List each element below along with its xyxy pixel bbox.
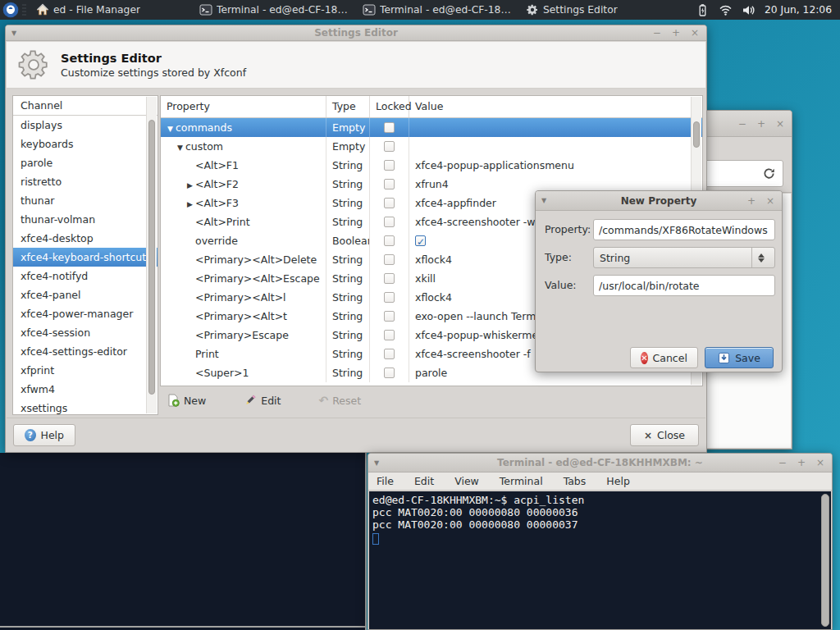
menu-item-tabs[interactable]: Tabs	[564, 475, 587, 487]
close-button[interactable]: × Close	[630, 424, 699, 446]
expander-icon[interactable]: ▼	[165, 120, 176, 137]
channel-item[interactable]: thunar-volman	[13, 210, 158, 229]
table-row[interactable]: <Alt>F1 String xfce4-popup-applicationsm…	[161, 156, 702, 175]
property-input[interactable]	[593, 219, 775, 240]
clock[interactable]: 20 Jun, 12:06	[765, 4, 832, 16]
applications-menu-button[interactable]	[2, 2, 19, 18]
locked-checkbox[interactable]	[384, 368, 395, 378]
taskbar-item[interactable]: ed - File Manager	[31, 0, 194, 20]
locked-checkbox[interactable]	[384, 179, 395, 189]
locked-checkbox[interactable]	[384, 273, 395, 284]
help-button-label: Help	[41, 429, 65, 441]
close-icon[interactable]: ×	[766, 196, 774, 206]
channel-column-header[interactable]: Channel	[13, 96, 158, 116]
battery-icon[interactable]	[696, 3, 710, 17]
taskbar-item[interactable]: Terminal - ed@ed-CF-18KHH...	[358, 0, 521, 20]
locked-checkbox[interactable]	[384, 292, 395, 303]
channel-item[interactable]: xfce4-notifyd	[13, 267, 158, 285]
locked-checkbox[interactable]	[384, 235, 395, 246]
terminal-line: ed@ed-CF-18KHHMXBM:~$ acpi_listen	[372, 494, 828, 506]
locked-checkbox[interactable]	[384, 122, 395, 133]
maximize-icon[interactable]: +	[747, 196, 756, 206]
locked-checkbox[interactable]	[384, 217, 395, 227]
maximize-icon[interactable]: +	[757, 119, 765, 129]
channel-item[interactable]: keyboards	[13, 135, 158, 153]
channel-item[interactable]: xfwm4	[13, 380, 158, 399]
channel-item[interactable]: displays	[13, 116, 158, 135]
column-type[interactable]: Type	[326, 96, 370, 117]
dialog-titlebar[interactable]: ▼ New Property + ×	[536, 191, 782, 211]
settings-titlebar[interactable]: ▼ Settings Editor − + ×	[6, 25, 706, 41]
minimize-icon[interactable]: −	[778, 458, 787, 468]
table-row[interactable]: ▼custom Empty	[161, 137, 702, 156]
type-select[interactable]: String	[593, 247, 775, 268]
minimize-icon[interactable]: −	[653, 28, 661, 38]
close-icon[interactable]: ×	[776, 119, 784, 129]
menu-item-file[interactable]: File	[377, 475, 394, 487]
property-type: String	[326, 175, 370, 194]
maximize-icon[interactable]: +	[672, 28, 680, 38]
menu-item-edit[interactable]: Edit	[414, 475, 434, 487]
table-row[interactable]: ▼commands Empty	[161, 118, 702, 137]
channel-item[interactable]: xfce4-settings-editor	[13, 342, 158, 361]
wifi-icon[interactable]	[719, 3, 733, 17]
new-button[interactable]: New	[167, 394, 206, 407]
channel-item[interactable]: xfce4-power-manager	[13, 304, 158, 323]
value-checkbox[interactable]	[415, 235, 426, 246]
locked-checkbox[interactable]	[384, 141, 395, 152]
refresh-icon[interactable]	[762, 167, 783, 180]
terminal-scrollbar[interactable]	[821, 494, 829, 627]
channel-item[interactable]: ristretto	[13, 172, 158, 191]
channel-panel: Channel displayskeyboardsparoleristretto…	[12, 95, 158, 415]
maximize-icon[interactable]: +	[797, 458, 806, 468]
terminal-line: pcc MAT0020:00 00000080 00000037	[372, 518, 828, 531]
channel-item[interactable]: xfce4-panel	[13, 285, 158, 304]
property-name: <Primary><Alt>t	[195, 310, 287, 322]
value-input[interactable]	[593, 275, 775, 296]
terminal-screen[interactable]: ed@ed-CF-18KHHMXBM:~$ acpi_listenpcc MAT…	[369, 491, 831, 629]
locked-checkbox[interactable]	[384, 349, 395, 359]
reset-button[interactable]: ↶ Reset	[318, 394, 361, 407]
edit-button-label: Edit	[261, 395, 281, 407]
property-type: Empty	[326, 118, 370, 137]
channel-item[interactable]: xfce4-desktop	[13, 229, 158, 248]
expander-icon[interactable]: ▶	[185, 176, 195, 194]
minimize-icon[interactable]: −	[738, 119, 746, 129]
channel-scrollbar[interactable]	[146, 97, 157, 413]
new-button-label: New	[184, 395, 206, 407]
save-button[interactable]: Save	[705, 347, 774, 368]
edit-button[interactable]: Edit	[244, 394, 281, 407]
channel-item[interactable]: thunar	[13, 191, 158, 210]
close-icon[interactable]: ×	[816, 458, 824, 468]
expander-icon[interactable]: ▼	[175, 139, 185, 156]
locked-checkbox[interactable]	[384, 198, 395, 208]
background-terminal-window[interactable]	[0, 453, 367, 630]
terminal-line: pcc MAT0020:00 00000080 00000036	[372, 506, 828, 518]
channel-item[interactable]: xfce4-session	[13, 323, 158, 342]
taskbar-item[interactable]: Settings Editor	[521, 0, 652, 20]
taskbar-item[interactable]: Terminal - ed@ed-CF-18KHH...	[194, 0, 358, 20]
menu-item-help[interactable]: Help	[606, 475, 630, 487]
menu-item-terminal[interactable]: Terminal	[500, 475, 543, 487]
locked-checkbox[interactable]	[384, 160, 395, 171]
column-locked[interactable]: Locked	[370, 96, 409, 117]
locked-checkbox[interactable]	[384, 311, 395, 322]
locked-checkbox[interactable]	[384, 254, 395, 265]
type-select-value: String	[600, 252, 630, 264]
help-icon: ?	[25, 429, 36, 441]
channel-item[interactable]: xfce4-keyboard-shortcuts	[13, 248, 158, 267]
terminal-titlebar[interactable]: ▼ Terminal - ed@ed-CF-18KHHMXBM: ~ − + ×	[368, 454, 832, 472]
expander-icon[interactable]: ▶	[185, 195, 195, 212]
spinner-arrows-icon[interactable]	[751, 248, 769, 267]
channel-item[interactable]: parole	[13, 153, 158, 172]
channel-item[interactable]: xsettings	[13, 399, 158, 415]
cancel-button[interactable]: ✕ Cancel	[630, 347, 698, 368]
volume-icon[interactable]	[742, 3, 756, 17]
help-button[interactable]: ? Help	[13, 424, 75, 446]
column-property[interactable]: Property	[161, 96, 326, 117]
menu-item-view[interactable]: View	[454, 475, 479, 487]
column-value[interactable]: Value	[409, 96, 702, 117]
channel-item[interactable]: xfprint	[13, 361, 158, 380]
close-icon[interactable]: ×	[691, 28, 699, 38]
locked-checkbox[interactable]	[384, 330, 395, 340]
